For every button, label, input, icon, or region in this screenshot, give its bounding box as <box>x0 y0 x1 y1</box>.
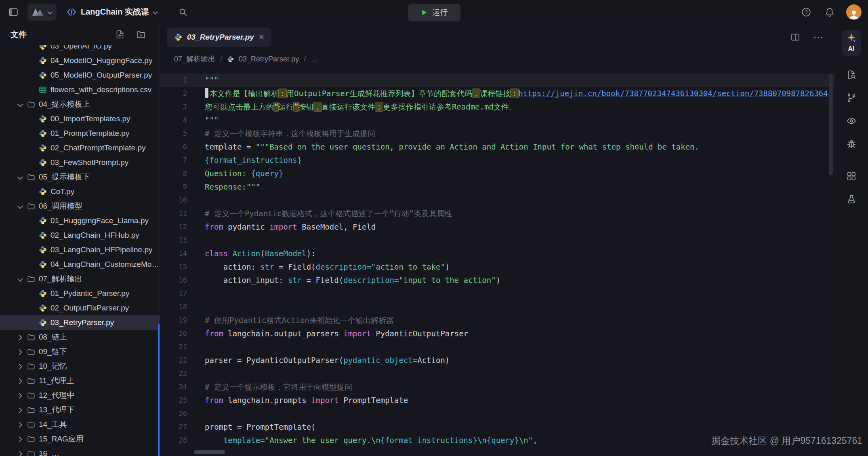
tree-file[interactable]: 04_ModelIO_HuggingFace.py <box>0 53 160 68</box>
tree-item-label: 16_… <box>39 449 59 456</box>
debug-bug-icon[interactable] <box>846 139 857 149</box>
chevron-right-icon[interactable] <box>16 392 23 399</box>
code-token: action: <box>205 262 260 271</box>
tree-file[interactable]: 01_HugggingFace_Llama.py <box>0 213 160 228</box>
new-folder-icon[interactable] <box>135 28 147 41</box>
tree-folder[interactable]: 15_RAG应用 <box>0 432 160 446</box>
tree-file[interactable]: 01_Pydantic_Parser.py <box>0 286 160 301</box>
chevron-right-icon[interactable] <box>16 406 23 414</box>
tree-item-label: 14_工具 <box>39 419 67 430</box>
code-line: 24# 定义一个提示模板，它将用于向模型提问 <box>160 380 834 394</box>
chevron-right-icon[interactable] <box>16 450 23 456</box>
editor-tab[interactable]: 03_RetryParser.py × <box>167 27 271 47</box>
help-icon[interactable]: ? <box>799 5 813 19</box>
code-token: pydantic_object= <box>343 356 417 365</box>
chevron-down-icon[interactable] <box>16 173 23 181</box>
tree-file[interactable]: CoT.py <box>0 184 160 199</box>
review-eye-icon[interactable] <box>846 116 857 126</box>
code-line: 19# 使用Pydantic格式Action来初始化一个输出解析器 <box>160 314 834 327</box>
chevron-down-icon[interactable] <box>16 101 23 108</box>
line-number: 9 <box>160 180 187 194</box>
tree-file[interactable]: flowers_with_descriptions.csv <box>0 82 160 97</box>
python-file-icon <box>39 129 47 137</box>
user-avatar[interactable] <box>846 4 862 20</box>
tree-folder[interactable]: 11_代理上 <box>0 374 160 388</box>
tree-folder[interactable]: 09_链下 <box>0 344 160 359</box>
chevron-right-icon[interactable] <box>16 421 23 428</box>
search-icon[interactable] <box>177 6 189 19</box>
test-flask-icon[interactable] <box>846 194 857 205</box>
chevron-down-icon[interactable] <box>16 203 23 210</box>
tree-file[interactable]: 02_ChatPromptTemplate.py <box>0 141 160 155</box>
sidebar-scrollbar[interactable] <box>158 324 160 456</box>
tree-file[interactable]: 03_FewShotPrompt.py <box>0 155 160 170</box>
code-line-content: from pydantic import BaseModel, Field <box>187 220 376 234</box>
code-line: 18 <box>160 300 834 314</box>
chevron-right-icon[interactable] <box>16 435 23 443</box>
chevron-right-icon[interactable] <box>16 377 23 384</box>
close-tab-icon[interactable]: × <box>259 33 264 42</box>
project-title: LangChain 实战课 <box>81 6 149 17</box>
ide-logo-button[interactable] <box>27 4 57 21</box>
tree-folder[interactable]: 07_解析输出 <box>0 272 160 286</box>
more-options-icon[interactable]: ⋯ <box>813 31 824 44</box>
code-editor[interactable]: 1"""2本文件是【输出解析：用OutputParser生成鲜花推荐列表】章节的… <box>160 68 834 456</box>
notifications-bell-icon[interactable] <box>823 5 836 19</box>
chevron-right-icon[interactable] <box>16 348 23 355</box>
horizontal-scrollbar[interactable] <box>194 450 225 454</box>
tree-folder[interactable]: 08_链上 <box>0 330 160 344</box>
python-file-icon <box>39 260 47 268</box>
tree-file[interactable]: 01_PromptTemplate.py <box>0 126 160 141</box>
code-line: 14class Action(BaseModel): <box>160 247 834 260</box>
tree-folder[interactable]: 10_记忆 <box>0 359 160 374</box>
tree-folder[interactable]: 05_提示模板下 <box>0 170 160 184</box>
extensions-grid-icon[interactable] <box>846 171 857 182</box>
code-token: = Field( <box>302 276 343 285</box>
code-token: Question: <box>205 169 251 178</box>
code-token: ) <box>445 262 450 271</box>
tree-file[interactable]: 05_ModelIO_OutputParser.py <box>0 68 160 82</box>
code-token: 运行 <box>278 102 294 111</box>
tree-file[interactable]: 02_LangChain_HFHub.py <box>0 228 160 243</box>
code-token: PromptTemplate <box>339 396 408 405</box>
tree-file[interactable]: 04_LangChain_CustomizeMod... <box>0 257 160 272</box>
split-editor-icon[interactable] <box>789 31 802 44</box>
code-token: str <box>260 262 274 271</box>
ai-assistant-button[interactable]: AI <box>842 30 861 56</box>
tree-folder[interactable]: 06_调用模型 <box>0 199 160 213</box>
tree-folder[interactable]: 04_提示模板上 <box>0 97 160 112</box>
tree-folder[interactable]: 13_代理下 <box>0 403 160 417</box>
tree-file[interactable]: 03_RetryParser.py <box>0 315 160 330</box>
breadcrumb-more[interactable]: … <box>311 55 318 63</box>
vertical-scrollbar[interactable] <box>829 74 833 175</box>
workspace-switcher[interactable]: LangChain 实战课 <box>66 6 158 17</box>
file-explorer-header: 文件 <box>0 24 160 44</box>
code-token: ” <box>294 102 298 111</box>
code-line: 1""" <box>160 74 834 87</box>
tree-file[interactable]: 03_LangChain_HFPipeline.py <box>0 243 160 257</box>
file-search-icon[interactable] <box>846 70 857 80</box>
breadcrumb-file[interactable]: 03_RetryParser.py <box>239 55 299 63</box>
sidebar-toggle-icon[interactable] <box>6 5 20 19</box>
new-file-icon[interactable] <box>113 28 126 41</box>
tree-item-label: 03_OpenAI_IO.py <box>50 45 112 51</box>
tree-folder[interactable]: 16_… <box>0 446 160 456</box>
code-token: action_input: <box>205 276 288 285</box>
code-token: ): <box>307 249 316 258</box>
code-line: 13 <box>160 234 834 247</box>
run-button[interactable]: 运行 <box>408 4 460 21</box>
tree-file[interactable]: 03_OpenAI_IO.py <box>0 45 160 53</box>
chevron-down-icon[interactable] <box>16 275 23 283</box>
tree-file[interactable]: 02_OutputFixParser.py <box>0 301 160 315</box>
tree-file[interactable]: 00_ImportTemplates.py <box>0 112 160 126</box>
tree-folder[interactable]: 14_工具 <box>0 417 160 432</box>
code-token: import <box>343 329 371 338</box>
breadcrumb-folder[interactable]: 07_解析输出 <box>174 54 215 64</box>
git-branch-icon[interactable] <box>846 93 857 103</box>
tree-folder[interactable]: 12_代理中 <box>0 388 160 403</box>
chevron-right-icon[interactable] <box>16 334 23 341</box>
line-number: 3 <box>160 100 187 114</box>
code-token <box>205 436 223 445</box>
chevron-right-icon[interactable] <box>16 363 23 370</box>
tree-item-label: 09_链下 <box>39 346 67 357</box>
